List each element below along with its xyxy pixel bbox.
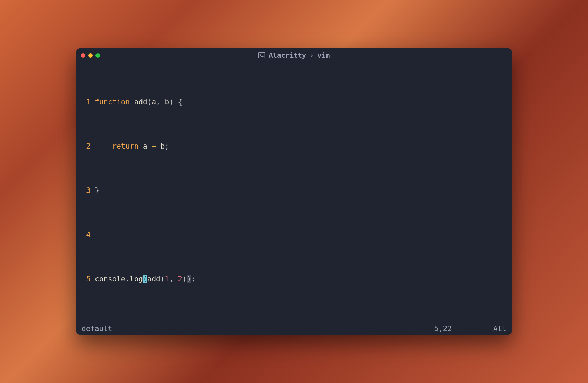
terminal-window: Alacritty › vim 1 function add(a, b) { 2… [76,48,512,335]
tilde-icon: ~ [76,318,95,323]
status-left: default [82,325,112,333]
vim-statusbar: default 5,22 All [76,323,512,335]
code-line: 3 } [76,185,512,196]
window-title: Alacritty › vim [258,51,330,59]
scroll-indicator: All [493,325,506,333]
code-line: 4 [76,229,512,240]
line-number: 2 [76,141,95,152]
empty-line: ~ [76,318,512,323]
close-icon[interactable] [81,53,85,58]
code-text[interactable]: } [95,185,512,196]
cursor: ) [187,275,191,283]
matchparen-highlight: ( [143,275,147,283]
app-name: Alacritty [269,51,306,59]
svg-rect-0 [259,53,265,58]
zoom-icon[interactable] [95,53,100,58]
terminal-icon [258,52,265,58]
code-text[interactable] [95,229,512,240]
editor-area[interactable]: 1 function add(a, b) { 2 return a + b; 3… [76,63,512,323]
line-number: 1 [76,96,95,108]
chevron-right-icon: › [310,51,314,59]
line-number: 4 [76,229,95,240]
code-line: 2 return a + b; [76,141,512,152]
minimize-icon[interactable] [88,53,93,58]
code-text[interactable]: function add(a, b) { [95,96,512,108]
code-line: 1 function add(a, b) { [76,96,512,108]
code-text[interactable]: return a + b; [95,141,512,152]
line-number: 3 [76,185,95,196]
cursor-position: 5,22 [434,325,452,333]
process-name: vim [317,51,330,59]
code-text[interactable]: console.log(add(1, 2)); [95,273,512,284]
traffic-lights [81,53,100,58]
code-line: 5 console.log(add(1, 2)); [76,273,512,284]
line-number: 5 [76,273,95,284]
titlebar: Alacritty › vim [76,48,512,63]
